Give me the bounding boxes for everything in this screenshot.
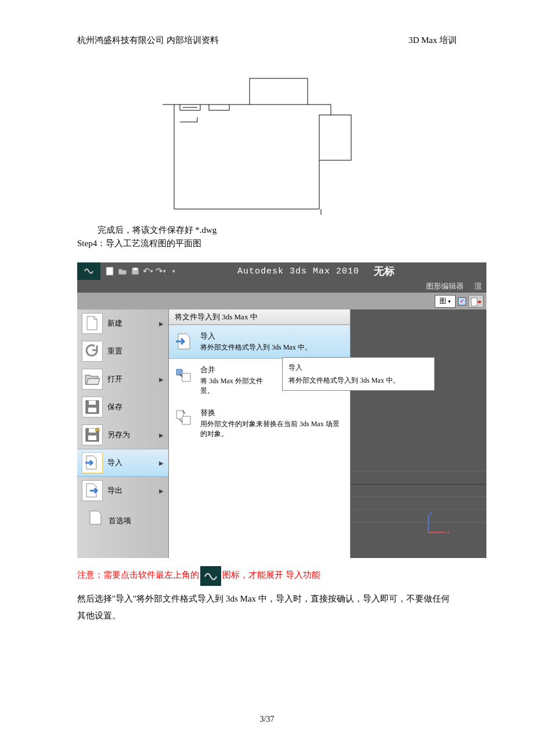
submenu-arrow-icon: ▶ bbox=[159, 460, 164, 466]
toolbar-button[interactable] bbox=[468, 295, 484, 308]
import-submenu: 将文件导入到 3ds Max 中 导入 将外部文件格式导入到 3ds Max 中… bbox=[169, 309, 351, 558]
svg-text:x: x bbox=[447, 529, 450, 535]
header-right: 3D Max 培训 bbox=[409, 35, 457, 46]
submenu-arrow-icon: ▶ bbox=[159, 376, 164, 383]
menu-open[interactable]: 打开 ▶ bbox=[77, 365, 168, 393]
flowchart-diagram bbox=[163, 75, 354, 215]
undo-icon[interactable]: ↶▾ bbox=[142, 265, 154, 277]
submenu-item-desc-cont: 景。 bbox=[200, 387, 214, 395]
menu-export[interactable]: 导出 ▶ bbox=[77, 477, 168, 505]
tooltip-desc: 将外部文件格式导入到 3ds Max 中。 bbox=[288, 375, 428, 386]
open-folder-icon bbox=[82, 369, 103, 390]
note-paragraph: 然后选择"导入"将外部文件格式导入到 3ds Max 中，导入时，直接按确认，导… bbox=[77, 591, 457, 624]
menu-preferences[interactable]: 首选项 bbox=[77, 505, 168, 529]
page-number: 3/37 bbox=[0, 715, 534, 724]
menu-save[interactable]: 保存 bbox=[77, 393, 168, 421]
tooltip: 导入 将外部文件格式导入到 3ds Max 中。 bbox=[282, 357, 435, 391]
svg-rect-16 bbox=[88, 435, 96, 440]
submenu-arrow-icon: ▶ bbox=[159, 432, 164, 438]
svg-rect-9 bbox=[134, 268, 137, 270]
save-instruction: 完成后，将该文件保存好 *.dwg bbox=[77, 224, 457, 237]
submenu-item-desc: 将 3ds Max 外部文件 bbox=[200, 377, 263, 385]
viewport[interactable]: z x bbox=[351, 309, 486, 558]
merge-icon bbox=[174, 365, 194, 386]
svg-rect-7 bbox=[106, 267, 113, 275]
preferences-icon bbox=[88, 507, 104, 526]
menu-label: 导出 bbox=[107, 485, 122, 496]
menu-label: 首选项 bbox=[109, 516, 131, 526]
menubar-render[interactable]: 渲 bbox=[474, 281, 482, 291]
app-screenshot: ↶▾ ↷▾ ▾ Autodesk 3ds Max 2010 无标 图形编辑器 渲… bbox=[77, 262, 486, 558]
menubar: 图形编辑器 渲 bbox=[77, 280, 486, 293]
new-file-icon bbox=[82, 313, 103, 334]
app-logo-icon[interactable] bbox=[77, 262, 100, 280]
new-icon[interactable] bbox=[104, 265, 116, 277]
app-untitled: 无标 bbox=[374, 264, 395, 278]
save-icon[interactable] bbox=[129, 265, 141, 277]
menu-label: 打开 bbox=[107, 374, 122, 384]
svg-rect-15 bbox=[89, 429, 96, 433]
header-left: 杭州鸿盛科技有限公司 内部培训资料 bbox=[77, 35, 219, 46]
menu-label: 导入 bbox=[107, 458, 122, 468]
svg-rect-10 bbox=[471, 298, 477, 306]
menu-import[interactable]: 导入 ▶ bbox=[77, 449, 168, 477]
export-icon bbox=[82, 480, 103, 501]
saveas-icon bbox=[82, 424, 103, 445]
submenu-header: 将文件导入到 3ds Max 中 bbox=[169, 309, 350, 325]
svg-rect-13 bbox=[88, 408, 96, 412]
svg-rect-12 bbox=[89, 401, 96, 405]
body-text: 完成后，将该文件保存好 *.dwg Step4：导入工艺流程图的平面图 bbox=[77, 224, 457, 250]
svg-text:z: z bbox=[430, 510, 432, 516]
submenu-import[interactable]: 导入 将外部文件格式导入到 3ds Max 中。 bbox=[169, 325, 350, 359]
menu-saveas[interactable]: 另存为 ▶ bbox=[77, 421, 168, 449]
quick-access-toolbar: ↶▾ ↷▾ ▾ bbox=[100, 265, 179, 277]
reset-icon bbox=[82, 341, 103, 362]
submenu-item-desc: 将外部文件格式导入到 3ds Max 中。 bbox=[200, 343, 345, 352]
menu-label: 另存为 bbox=[107, 430, 130, 440]
menu-label: 保存 bbox=[107, 402, 122, 412]
note-suffix: 图标，才能展开 导入功能 bbox=[222, 570, 320, 579]
menu-reset[interactable]: 重置 bbox=[77, 337, 168, 365]
page-header: 杭州鸿盛科技有限公司 内部培训资料 3D Max 培训 bbox=[0, 35, 534, 46]
svg-rect-0 bbox=[250, 78, 308, 105]
submenu-item-desc: 用外部文件的对象来替换在当前 3ds Max 场景的对象。 bbox=[200, 419, 345, 439]
step4-heading: Step4：导入工艺流程图的平面图 bbox=[77, 237, 457, 250]
submenu-arrow-icon: ▶ bbox=[159, 321, 164, 327]
menu-label: 新建 bbox=[107, 318, 122, 329]
menu-label: 重置 bbox=[107, 346, 122, 357]
import-sub-icon bbox=[174, 331, 194, 352]
redo-icon[interactable]: ↷▾ bbox=[155, 265, 167, 277]
tooltip-title: 导入 bbox=[288, 362, 428, 373]
toolbar-dropdown[interactable]: 图▾ bbox=[435, 295, 456, 308]
menu-new[interactable]: 新建 ▶ bbox=[77, 309, 168, 337]
open-icon[interactable] bbox=[117, 265, 128, 277]
menubar-graph-editor[interactable]: 图形编辑器 bbox=[426, 281, 464, 291]
submenu-item-title: 导入 bbox=[200, 331, 345, 341]
app-logo-inline-icon bbox=[200, 566, 221, 586]
submenu-replace[interactable]: 替换 用外部文件的对象来替换在当前 3ds Max 场景的对象。 bbox=[169, 402, 350, 445]
replace-icon bbox=[174, 408, 194, 429]
svg-rect-1 bbox=[319, 115, 351, 160]
save-disk-icon bbox=[82, 397, 103, 417]
note-section: 注意：需要点击软件最左上角的图标，才能展开 导入功能 然后选择"导入"将外部文件… bbox=[77, 566, 457, 624]
submenu-arrow-icon: ▶ bbox=[159, 488, 164, 494]
titlebar: ↶▾ ↷▾ ▾ Autodesk 3ds Max 2010 无标 bbox=[77, 262, 486, 280]
note-prefix: 注意：需要点击软件最左上角的 bbox=[77, 570, 199, 579]
app-menu: 新建 ▶ 重置 打开 ▶ 保存 另存为 ▶ bbox=[77, 309, 169, 558]
app-title: Autodesk 3ds Max 2010 bbox=[237, 267, 359, 276]
import-icon bbox=[82, 452, 103, 473]
submenu-item-title: 替换 bbox=[200, 408, 345, 418]
toolbar: 图▾ ✓ bbox=[77, 293, 486, 309]
qat-dropdown-icon[interactable]: ▾ bbox=[168, 265, 179, 277]
toolbar-checkbox[interactable]: ✓ bbox=[458, 297, 466, 305]
